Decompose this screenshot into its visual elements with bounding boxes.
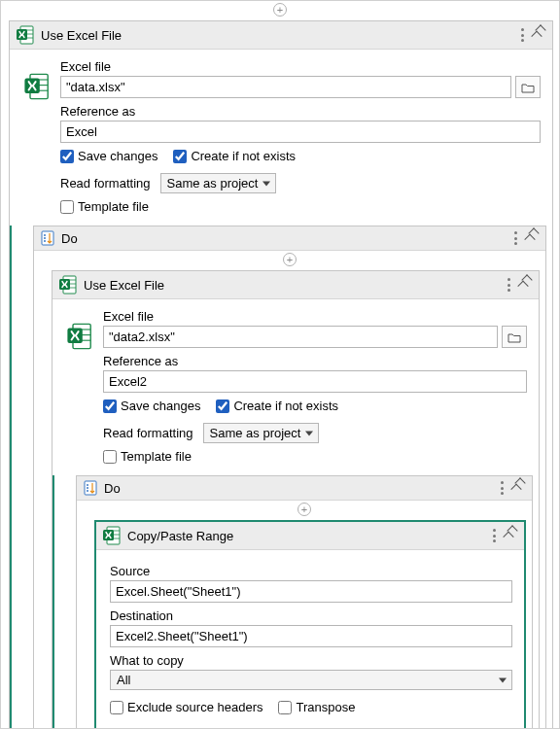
collapse-icon[interactable] (526, 231, 540, 245)
activity-title: Do (104, 481, 495, 496)
read-formatting-dropdown[interactable]: Same as project (160, 173, 277, 193)
sequence-icon (83, 480, 98, 496)
reference-as-input[interactable] (103, 370, 527, 393)
browse-button[interactable] (515, 76, 541, 98)
activity-header[interactable]: Use Excel File (52, 271, 539, 299)
menu-icon[interactable] (493, 529, 497, 542)
reference-as-input[interactable] (60, 121, 541, 143)
collapse-icon[interactable] (519, 278, 533, 292)
destination-input[interactable] (110, 625, 512, 647)
excel-icon (16, 25, 35, 45)
sequence-icon (40, 230, 55, 246)
reference-as-label: Reference as (103, 354, 527, 368)
add-activity-top[interactable] (273, 3, 287, 17)
add-activity[interactable] (283, 253, 297, 266)
excel-icon (58, 275, 78, 295)
read-formatting-dropdown[interactable]: Same as project (203, 423, 320, 443)
menu-icon[interactable] (521, 28, 525, 42)
create-if-not-exists-checkbox[interactable]: Create if not exists (173, 149, 296, 163)
excel-file-label: Excel file (103, 309, 527, 324)
save-changes-checkbox[interactable]: Save changes (60, 149, 158, 163)
activity-header[interactable]: Do (34, 226, 545, 251)
excel-file-input[interactable] (60, 76, 511, 98)
menu-icon[interactable] (514, 231, 518, 245)
reference-as-label: Reference as (60, 104, 541, 119)
collapse-icon[interactable] (505, 529, 518, 542)
activity-header[interactable]: Use Excel File (10, 21, 552, 50)
add-activity[interactable] (298, 503, 311, 516)
source-input[interactable] (110, 580, 512, 603)
collapse-icon[interactable] (512, 481, 526, 495)
collapse-icon[interactable] (533, 28, 546, 42)
excel-file-input[interactable] (103, 326, 498, 348)
activity-title: Use Excel File (84, 278, 502, 293)
excel-icon (23, 73, 51, 100)
activity-use-excel-file-2[interactable]: Use Excel File Excel file (52, 270, 540, 729)
menu-icon[interactable] (508, 278, 511, 292)
template-file-checkbox[interactable]: Template file (60, 199, 541, 214)
activity-header[interactable]: Do (77, 476, 532, 501)
browse-button[interactable] (502, 326, 527, 348)
excel-icon (102, 526, 122, 545)
exclude-source-headers-checkbox[interactable]: Exclude source headers (110, 700, 262, 714)
what-to-copy-dropdown[interactable]: All (110, 670, 512, 690)
template-file-checkbox[interactable]: Template file (103, 449, 527, 464)
activity-title: Copy/Paste Range (127, 529, 487, 543)
excel-icon (66, 323, 93, 350)
activity-use-excel-file-1[interactable]: Use Excel File Excel file Reference as S… (9, 20, 553, 729)
destination-label: Destination (110, 608, 512, 623)
read-formatting-label: Read formatting (103, 426, 193, 440)
activity-title: Do (61, 231, 508, 246)
save-changes-checkbox[interactable]: Save changes (103, 399, 200, 413)
activity-do-1[interactable]: Do Use Excel File (33, 226, 546, 729)
read-formatting-label: Read formatting (60, 176, 151, 191)
activity-title: Use Excel File (41, 28, 515, 43)
what-to-copy-label: What to copy (110, 653, 512, 668)
menu-icon[interactable] (501, 481, 505, 495)
source-label: Source (110, 564, 512, 578)
transpose-checkbox[interactable]: Transpose (278, 700, 355, 714)
create-if-not-exists-checkbox[interactable]: Create if not exists (216, 399, 338, 413)
activity-copy-paste-range[interactable]: Copy/Paste Range Source Destination (94, 520, 526, 729)
activity-do-2[interactable]: Do Copy/Paste Range (76, 475, 533, 729)
activity-header[interactable]: Copy/Paste Range (96, 522, 524, 550)
excel-file-label: Excel file (60, 59, 541, 74)
